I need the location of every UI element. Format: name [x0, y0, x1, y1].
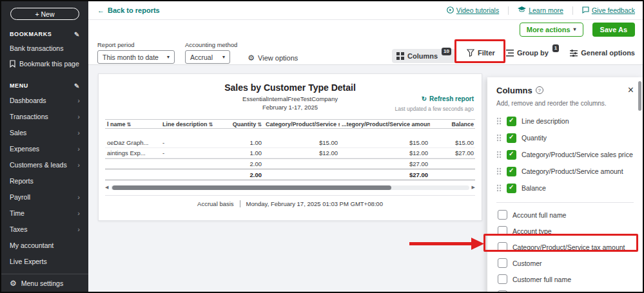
sidebar-item-transactions[interactable]: Transactions›	[1, 108, 88, 124]
column-header-balance[interactable]: Balance	[430, 121, 476, 128]
give-feedback-link[interactable]: Give feedback	[582, 6, 635, 15]
checkbox-checked[interactable]	[507, 167, 516, 176]
video-tutorials-link[interactable]: Video tutorials	[447, 6, 499, 15]
new-button[interactable]: + New	[10, 8, 79, 20]
scrollbar-track[interactable]	[111, 185, 469, 190]
panel-scrollbar-thumb[interactable]	[638, 81, 641, 111]
checkbox-unchecked[interactable]	[498, 258, 507, 268]
divider	[508, 6, 509, 15]
sidebar-item-taxes[interactable]: Taxes›	[1, 221, 88, 237]
menu-settings-button[interactable]: ⚙ Menu settings	[1, 274, 88, 292]
save-as-button[interactable]: Save As	[592, 23, 635, 37]
column-option-tax-amount[interactable]: Category/Product/Service tax amount	[496, 239, 634, 255]
subtotal-quantity: 2.00	[225, 160, 264, 167]
sidebar-item-my-accountant[interactable]: My accountant	[1, 237, 88, 253]
checkbox-checked[interactable]	[507, 150, 516, 160]
drag-handle-icon[interactable]	[496, 167, 502, 175]
checkbox-unchecked[interactable]	[498, 274, 507, 284]
sidebar-item-time[interactable]: Time›	[1, 205, 88, 221]
scroll-left-icon[interactable]: ◀	[105, 185, 108, 190]
caret-down-icon: ▾	[574, 26, 576, 32]
chevron-right-icon: ›	[77, 225, 80, 233]
column-option-customer-full-name[interactable]: Customer full name	[496, 271, 634, 287]
sidebar-item-bank-transactions[interactable]: Bank transactions	[1, 41, 88, 56]
group-by-button[interactable]: Group by 1	[506, 49, 559, 57]
column-option-account-type[interactable]: Account type	[496, 223, 634, 239]
sidebar-item-live-experts[interactable]: Live Experts	[1, 253, 88, 269]
general-options-sliders-icon	[570, 50, 578, 57]
close-icon[interactable]: ×	[628, 85, 634, 95]
column-option-account-full-name[interactable]: Account full name	[496, 207, 634, 223]
edit-menu-pencil-icon[interactable]: ✎	[74, 82, 80, 90]
column-option-amount[interactable]: Category/Product/Service amount	[496, 163, 634, 180]
table-row: aintings Exp... - 1.00 $12.00 $12.00 $27…	[105, 148, 475, 158]
checkbox-checked[interactable]	[507, 133, 516, 143]
column-header-line-description[interactable]: Line description⇅	[161, 121, 225, 128]
column-option-balance[interactable]: Balance	[496, 180, 634, 196]
column-header-quantity[interactable]: Quantity⇅	[225, 121, 264, 128]
cell-balance: $27.00	[430, 149, 476, 156]
column-header-name[interactable]: l name⇅	[105, 121, 161, 128]
accounting-method-value: Accrual	[190, 53, 213, 61]
group-spacer-row	[105, 129, 475, 138]
cell-name: aintings Exp...	[105, 149, 161, 156]
column-option-sales-price[interactable]: Category/Product/Service sales price	[496, 146, 634, 163]
scroll-right-icon[interactable]: ▶	[472, 185, 475, 190]
cell-line-description: -	[161, 139, 225, 146]
drag-handle-icon[interactable]	[496, 134, 502, 142]
accounting-method-label: Accounting method	[185, 41, 237, 48]
checkbox-checked[interactable]	[507, 117, 516, 126]
general-options-button[interactable]: General options	[570, 49, 635, 57]
total-quantity: 2.00	[225, 171, 264, 178]
checkbox-unchecked[interactable]	[498, 290, 507, 293]
column-option-customer-vendor-message[interactable]: Customer/Vendor message	[496, 287, 634, 293]
sidebar-item-label: Transactions	[10, 113, 48, 120]
sidebar-item-expenses[interactable]: Expenses›	[1, 140, 88, 156]
subtotal-amount: $27.00	[340, 160, 430, 167]
report-period-value: This month to date	[102, 53, 159, 61]
chevron-right-icon: ›	[77, 97, 80, 104]
accounting-method-select[interactable]: Accrual ▾	[185, 50, 230, 64]
drag-handle-icon[interactable]	[496, 151, 502, 158]
caret-down-icon: ▾	[222, 54, 225, 60]
report-period-select[interactable]: This month to date ▾	[97, 50, 175, 64]
sidebar-item-dashboards[interactable]: Dashboards›	[1, 92, 88, 108]
scrollbar-thumb[interactable]	[112, 185, 391, 190]
sidebar-item-label: Time	[10, 209, 24, 217]
sort-icon: ⇅	[127, 122, 132, 128]
info-icon[interactable]	[536, 86, 543, 94]
report-footer: Accrual basis Monday, February 17, 2025 …	[105, 195, 475, 207]
drag-handle-icon[interactable]	[496, 117, 502, 125]
view-options-button[interactable]: ⚙ View options	[248, 51, 298, 64]
columns-button-label: Columns	[407, 52, 438, 60]
checkbox-checked[interactable]	[507, 184, 516, 193]
sidebar-item-customers-leads[interactable]: Customers & leads›	[1, 156, 88, 173]
checkbox-unchecked[interactable]	[498, 242, 507, 252]
sidebar-item-sales[interactable]: Sales›	[1, 124, 88, 140]
cell-line-description: -	[161, 149, 225, 156]
column-option-line-description[interactable]: Line description	[496, 113, 634, 129]
column-header-amount[interactable]: ...tegory/Product/Service amount	[340, 121, 430, 128]
group-by-button-label: Group by	[517, 49, 549, 57]
app-window: + New BOOKMARKS ✎ Bank transactions Book…	[0, 0, 644, 293]
checkbox-unchecked[interactable]	[498, 210, 507, 220]
column-option-quantity[interactable]: Quantity	[496, 129, 634, 146]
edit-bookmarks-pencil-icon[interactable]: ✎	[74, 31, 80, 38]
columns-button[interactable]: Columns 10	[392, 49, 456, 63]
column-option-customer[interactable]: Customer	[496, 255, 634, 271]
learn-more-link[interactable]: Learn more	[518, 6, 563, 14]
sidebar-item-reports[interactable]: Reports	[1, 173, 88, 189]
sidebar-item-payroll[interactable]: Payroll›	[1, 189, 88, 205]
back-to-reports-link[interactable]: ← Back to reports	[97, 6, 160, 14]
report-timestamp: Monday, February 17, 2025 01:03 PM GMT+0…	[246, 200, 383, 207]
refresh-report-link[interactable]: ↻ Refresh report	[422, 95, 474, 102]
drag-handle-icon[interactable]	[496, 184, 502, 192]
more-actions-button[interactable]: More actions ▾	[520, 23, 583, 37]
refresh-report-label: Refresh report	[429, 95, 474, 102]
sidebar-item-bookmark-this-page[interactable]: Bookmark this page	[1, 56, 88, 71]
column-header-sales-price[interactable]: Category/Product/Service sales ...	[264, 121, 340, 128]
checkbox-unchecked[interactable]	[498, 226, 507, 236]
filter-button[interactable]: Filter	[467, 49, 495, 57]
cell-sales-price: $12.00	[264, 149, 340, 156]
total-amount: $27.00	[340, 171, 430, 178]
